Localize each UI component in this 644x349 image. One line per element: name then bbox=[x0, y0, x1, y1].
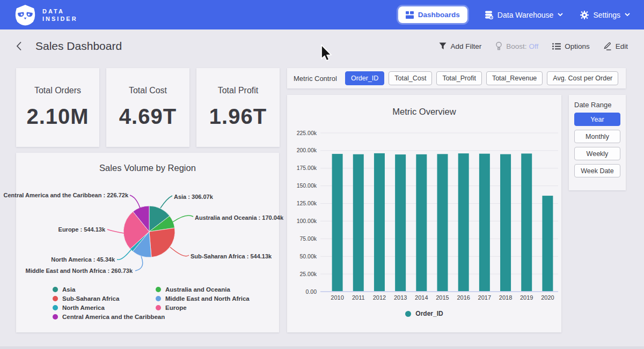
pie-annotation-north-america: North America : 45.34k bbox=[51, 256, 115, 263]
svg-text:2011: 2011 bbox=[352, 294, 365, 301]
legend-dot bbox=[156, 305, 161, 310]
filter-funnel-icon bbox=[439, 42, 447, 50]
kpi-label: Total Cost bbox=[129, 86, 167, 95]
date-range-option-weekly[interactable]: Weekly bbox=[574, 147, 620, 160]
add-filter-button[interactable]: Add Filter bbox=[439, 42, 481, 50]
pie-annotation-middle-east-and-north-africa: Middle East and North Africa : 260.73k bbox=[26, 268, 133, 274]
legend-dot bbox=[53, 296, 58, 301]
data-warehouse-label: Data Warehouse bbox=[497, 11, 554, 19]
legend-label: Asia bbox=[62, 286, 75, 293]
svg-text:2012: 2012 bbox=[373, 294, 386, 301]
chevron-left-icon bbox=[16, 41, 22, 51]
pie-annotation-central-america-and-the-caribbean: Central America and the Caribbean : 226.… bbox=[3, 192, 128, 198]
legend-dot bbox=[53, 287, 58, 292]
dashboards-button[interactable]: Dashboards bbox=[398, 6, 467, 23]
svg-text:175.00k: 175.00k bbox=[297, 165, 317, 171]
bar-2020[interactable] bbox=[542, 196, 553, 292]
kpi-value: 4.69T bbox=[119, 105, 177, 129]
legend-item-middle-east-and-north-africa[interactable]: Middle East and North Africa bbox=[156, 295, 250, 302]
options-list-icon bbox=[552, 43, 561, 50]
legend-label: Europe bbox=[165, 305, 187, 311]
svg-text:2018: 2018 bbox=[499, 294, 512, 301]
legend-item-europe[interactable]: Europe bbox=[156, 305, 250, 311]
pie-annotation-asia: Asia : 306.07k bbox=[174, 194, 213, 200]
date-range-label: Date Range bbox=[574, 101, 620, 109]
kpi-card-total-profit[interactable]: Total Profit1.96T bbox=[196, 68, 280, 147]
legend-item-sub-saharan-africa[interactable]: Sub-Saharan Africa bbox=[53, 295, 156, 302]
legend-dot bbox=[53, 314, 58, 320]
bar-2015[interactable] bbox=[437, 154, 448, 292]
svg-text:2020: 2020 bbox=[541, 294, 554, 301]
edit-button[interactable]: Edit bbox=[604, 42, 628, 50]
legend-label: Central America and the Caribbean bbox=[62, 314, 165, 320]
bar-2011[interactable] bbox=[353, 154, 364, 292]
kpi-card-total-orders[interactable]: Total Orders2.10M bbox=[16, 68, 99, 147]
bar-2019[interactable] bbox=[521, 153, 532, 292]
svg-text:100.00k: 100.00k bbox=[297, 218, 317, 224]
back-button[interactable] bbox=[16, 40, 28, 52]
data-warehouse-menu[interactable]: Data Warehouse bbox=[485, 11, 564, 19]
svg-text:2015: 2015 bbox=[436, 294, 449, 301]
chevron-down-icon bbox=[625, 13, 630, 17]
legend-item-central-america-and-the-caribbean[interactable]: Central America and the Caribbean bbox=[53, 314, 156, 320]
pie-slice-sub-saharan-africa[interactable] bbox=[149, 228, 175, 257]
bar-2016[interactable] bbox=[458, 153, 469, 292]
svg-text:2010: 2010 bbox=[331, 294, 343, 301]
metric-pill-avg-cost-per-order[interactable]: Avg. Cost per Order bbox=[547, 71, 618, 85]
top-navbar: DATA INSIDER Dashboards bbox=[0, 0, 644, 29]
bar-chart-legend-item[interactable]: Order_ID bbox=[287, 310, 561, 317]
brand-name: DATA INSIDER bbox=[42, 8, 78, 23]
svg-text:150.00k: 150.00k bbox=[297, 182, 317, 189]
date-range-option-year[interactable]: Year bbox=[574, 113, 620, 126]
kpi-row: Total Orders2.10MTotal Cost4.69TTotal Pr… bbox=[16, 68, 280, 147]
bar-2010[interactable] bbox=[332, 154, 343, 292]
legend-item-north-america[interactable]: North America bbox=[53, 305, 156, 311]
metric-pill-total-cost[interactable]: Total_Cost bbox=[389, 71, 432, 85]
boost-toggle[interactable]: Boost: Off bbox=[495, 42, 538, 50]
legend-item-australia-and-oceania[interactable]: Australia and Oceania bbox=[156, 286, 250, 293]
metric-pill-order-id[interactable]: Order_ID bbox=[345, 71, 384, 85]
bar-2018[interactable] bbox=[500, 154, 511, 292]
settings-menu[interactable]: Settings bbox=[580, 11, 630, 19]
svg-text:2014: 2014 bbox=[415, 294, 428, 301]
options-button[interactable]: Options bbox=[552, 42, 590, 50]
metric-control-bar: Metric Control Order_IDTotal_CostTotal_P… bbox=[287, 68, 626, 88]
pie-annotation-sub-saharan-africa: Sub-Saharan Africa : 544.13k bbox=[191, 253, 272, 259]
boost-state: Off bbox=[529, 42, 538, 50]
kpi-card-total-cost[interactable]: Total Cost4.69T bbox=[106, 68, 189, 147]
bar-2017[interactable] bbox=[479, 154, 490, 292]
chevron-down-icon bbox=[558, 13, 563, 17]
legend-label: Middle East and North Africa bbox=[165, 295, 250, 302]
legend-item-asia[interactable]: Asia bbox=[53, 286, 156, 293]
bar-2013[interactable] bbox=[395, 154, 406, 292]
legend-label: North America bbox=[62, 305, 105, 311]
svg-text:2013: 2013 bbox=[394, 294, 407, 301]
legend-dot bbox=[156, 296, 161, 301]
page-title: Sales Dashboard bbox=[35, 40, 122, 53]
date-range-panel: Date Range YearMonthlyWeeklyWeek Date bbox=[569, 95, 626, 190]
owl-logo-icon bbox=[14, 4, 36, 26]
pie-annotation-australia-and-oceania: Australia and Oceania : 170.04k bbox=[195, 214, 283, 221]
pencil-icon bbox=[604, 42, 612, 50]
metric-pill-total-profit[interactable]: Total_Profit bbox=[436, 71, 482, 85]
svg-text:0.00: 0.00 bbox=[306, 288, 317, 295]
database-icon bbox=[485, 11, 493, 19]
settings-label: Settings bbox=[593, 11, 620, 19]
brand[interactable]: DATA INSIDER bbox=[14, 4, 78, 26]
legend-label: Order_ID bbox=[415, 310, 443, 317]
bar-2012[interactable] bbox=[374, 153, 385, 292]
bar-chart-plot: 0.0025.00k50.00k75.00k100.00k125.00k150.… bbox=[287, 95, 561, 335]
metric-pill-group: Order_IDTotal_CostTotal_ProfitTotal_Reve… bbox=[345, 71, 618, 85]
bottom-edge bbox=[0, 346, 644, 349]
dashboards-label: Dashboards bbox=[418, 11, 460, 19]
legend-label: Australia and Oceania bbox=[165, 286, 230, 293]
legend-label: Sub-Saharan Africa bbox=[62, 295, 119, 302]
dashboard-grid-icon bbox=[406, 11, 414, 19]
svg-text:2016: 2016 bbox=[457, 294, 470, 301]
svg-text:75.00k: 75.00k bbox=[299, 235, 317, 242]
date-range-option-monthly[interactable]: Monthly bbox=[574, 130, 620, 143]
date-range-option-week-date[interactable]: Week Date bbox=[574, 164, 620, 177]
date-range-options: YearMonthlyWeeklyWeek Date bbox=[574, 113, 620, 177]
metric-pill-total-revenue[interactable]: Total_Revenue bbox=[486, 71, 543, 85]
bar-2014[interactable] bbox=[416, 154, 427, 292]
